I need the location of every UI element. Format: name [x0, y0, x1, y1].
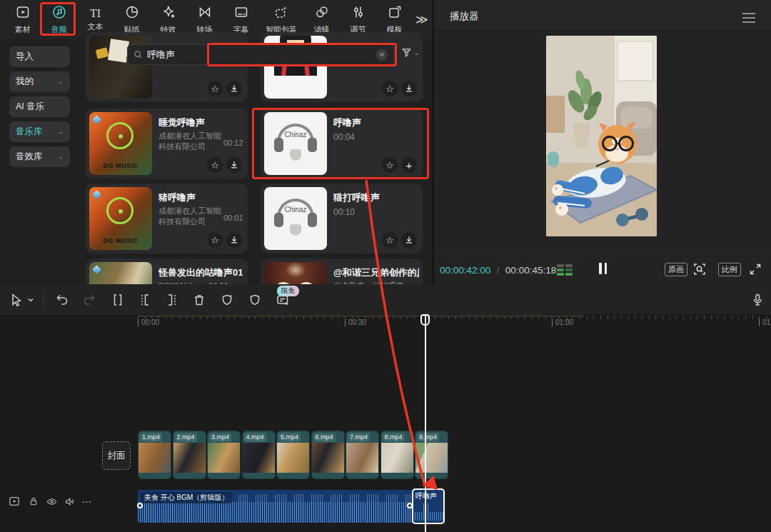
video-clip-5[interactable]: 5.mp4 [276, 431, 310, 479]
music-title: 怪兽发出的咕噜声01 [158, 266, 243, 279]
favorite-star-icon[interactable]: ☆ [207, 232, 223, 248]
video-clip-3[interactable]: 3.mp4 [207, 431, 241, 479]
bgm-audio-clip[interactable]: 美食 开心 BGM（剪辑版） [138, 490, 413, 523]
clip-label: 3.mp4 [209, 433, 231, 442]
music-artwork: DG MUSIC [89, 112, 152, 175]
waveform [415, 512, 443, 521]
speaker-icon[interactable] [62, 494, 76, 508]
favorite-star-icon[interactable]: ☆ [382, 157, 398, 173]
tab-audio[interactable]: 音频 [41, 3, 77, 37]
download-icon[interactable] [401, 232, 417, 248]
audio-levels-icon[interactable] [557, 264, 573, 276]
video-clip-2[interactable]: 2.mp4 [173, 431, 206, 479]
ruler-label: 01:00 [552, 318, 573, 326]
tab-media-label: 素材 [15, 24, 31, 35]
more-options-icon[interactable]: ⋯ [80, 494, 94, 508]
freeze-shield-icon[interactable] [219, 292, 235, 308]
pause-button[interactable] [599, 263, 607, 274]
aspect-ratio-button[interactable]: 比例 [718, 263, 741, 276]
split-icon[interactable] [110, 292, 126, 308]
adjust-icon [351, 4, 366, 23]
playhead-handle[interactable] [420, 314, 430, 326]
music-artwork: DG MUSIC [89, 187, 152, 250]
player-video-frame[interactable] [546, 36, 657, 236]
toolbar-expand-icon[interactable]: ≫ [415, 12, 427, 27]
filter-button[interactable]: ⌄ [401, 47, 420, 58]
video-clip-4[interactable]: 4.mp4 [242, 431, 276, 479]
music-card-partial-right[interactable]: ☆ [261, 32, 423, 102]
fullscreen-icon[interactable] [748, 262, 762, 279]
eye-icon[interactable] [44, 494, 59, 508]
download-icon[interactable] [401, 81, 417, 96]
tab-text-label: 文本 [88, 21, 104, 32]
search-input[interactable]: 呼噜声 ✕ [127, 44, 394, 65]
sidebar-item-import[interactable]: 导入 [9, 46, 70, 67]
player-controls: 00:00:42:00 / 00:00:45:18 原画 比例 [434, 253, 771, 284]
audio-icon [51, 4, 67, 23]
select-tool-icon[interactable] [9, 292, 24, 308]
search-value: 呼噜声 [147, 49, 175, 61]
trim-right-icon[interactable] [164, 292, 180, 308]
lock-icon[interactable] [26, 494, 41, 508]
mask-shield-icon[interactable] [247, 292, 263, 308]
cover-button[interactable]: 封面 [102, 441, 131, 470]
music-author: 成都潜在人工智能科技有限公司 [158, 206, 226, 227]
music-duration: 00:10 [333, 207, 355, 217]
sidebar-item-ai-music[interactable]: AI 音乐 [9, 96, 70, 117]
favorite-star-icon[interactable]: ☆ [207, 157, 223, 173]
video-clip-7[interactable]: 7.mp4 [346, 431, 379, 479]
sidebar-item-label: 导入 [16, 51, 34, 63]
download-icon[interactable] [226, 232, 242, 248]
preview-zoom-icon[interactable] [692, 262, 707, 279]
music-card-pig-snore[interactable]: DG MUSIC 猪呼噜声 成都潜在人工智能科技有限公司 00:01 ☆ [86, 184, 248, 254]
chevron-down-icon: ⌄ [58, 79, 64, 85]
sidebar-item-label: AI 音乐 [16, 101, 44, 113]
delete-icon[interactable] [191, 292, 207, 308]
timeline-ruler[interactable]: 00:00 00:30 01:00 01:30 [0, 316, 771, 330]
music-duration: 00:12 [223, 139, 243, 147]
video-clip-1[interactable]: 1.mp4 [138, 431, 171, 479]
gem-icon [92, 265, 101, 274]
sidebar-item-mine[interactable]: 我的 ⌄ [9, 71, 70, 92]
record-voiceover-icon[interactable] [750, 292, 765, 308]
music-card-partial-left[interactable]: ☆ [86, 32, 248, 102]
template-icon [387, 4, 403, 23]
select-tool-chevron-icon[interactable] [26, 292, 36, 308]
tab-media[interactable]: 素材 [4, 3, 41, 37]
music-card-snore[interactable]: Chinaz 呼噜声 00:04 ☆ + [261, 109, 423, 179]
current-time: 00:00:42:00 [440, 265, 490, 276]
funnel-icon [401, 47, 412, 58]
search-icon [133, 50, 143, 59]
download-icon[interactable] [226, 81, 242, 96]
playhead-line[interactable] [425, 315, 426, 532]
timeline-toolbar: 限免 [0, 284, 771, 316]
clear-search-icon[interactable]: ✕ [376, 49, 388, 61]
video-clip-6[interactable]: 6.mp4 [311, 431, 345, 479]
sidebar-item-label: 我的 [16, 76, 34, 88]
favorite-star-icon[interactable]: ☆ [382, 232, 398, 248]
keyframe-dot[interactable] [137, 503, 143, 508]
clip-label: 9.mp4 [417, 433, 439, 442]
clip-label: 2.mp4 [175, 433, 197, 442]
snore-clip-label: 呼噜声 [415, 491, 437, 501]
favorite-star-icon[interactable]: ☆ [382, 81, 398, 96]
music-title: 呼噜声 [333, 116, 361, 129]
original-quality-button[interactable]: 原画 [665, 263, 687, 276]
sidebar-item-music-library[interactable]: 音乐库 ⌄ [9, 121, 70, 142]
filter-icon [314, 4, 330, 23]
favorite-star-icon[interactable]: ☆ [207, 81, 223, 96]
download-icon[interactable] [226, 157, 242, 173]
undo-icon[interactable] [54, 292, 70, 308]
music-author: 成都潜在人工智能科技有限公司 [158, 131, 226, 152]
music-card-sleep-snore[interactable]: DG MUSIC 睡觉呼噜声 成都潜在人工智能科技有限公司 00:12 ☆ [86, 109, 248, 179]
music-duration: 00:01 [223, 214, 243, 222]
video-clip-8[interactable]: 8.mp4 [381, 431, 414, 479]
music-card-cat-purr[interactable]: Chinaz 猫打呼噜声 00:10 ☆ [261, 184, 423, 254]
snore-audio-clip-selected[interactable]: 呼噜声 [412, 488, 445, 524]
video-clip-9[interactable]: 9.mp4 [415, 431, 448, 479]
redo-icon[interactable] [81, 292, 97, 308]
sidebar-item-sfx-library[interactable]: 音效库 ⌄ [9, 146, 70, 167]
add-to-track-icon[interactable]: + [401, 157, 417, 173]
player-menu-icon[interactable] [742, 13, 755, 26]
trim-left-icon[interactable] [137, 292, 153, 308]
